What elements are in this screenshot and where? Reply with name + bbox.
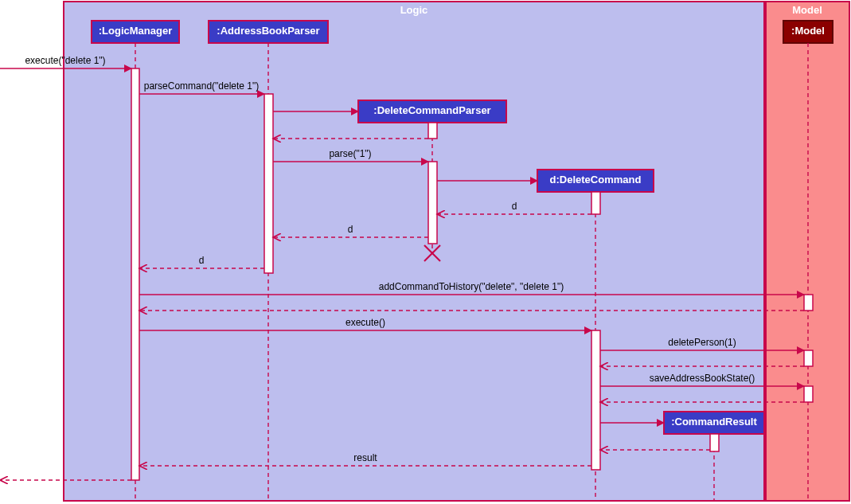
activation-model-2 [804, 350, 813, 366]
lifeline-model-label: :Model [791, 25, 825, 37]
msg-savestate-label: saveAddressBookState() [650, 373, 755, 384]
frame-model-label: Model [792, 4, 822, 16]
activation-deletecommand-1 [591, 192, 600, 214]
lifeline-commandresult-label: :CommandResult [671, 416, 757, 428]
lifeline-deletecommandparser-label: :DeleteCommandParser [373, 104, 490, 116]
msg-parsecommand-label: parseCommand("delete 1") [144, 80, 260, 92]
activation-commandresult [710, 434, 719, 451]
msg-return-d3-label: d [199, 255, 205, 266]
activation-deletecommandparser-2 [428, 162, 437, 244]
activation-deletecommand-2 [591, 330, 600, 470]
sequence-diagram: Logic Model :LogicManager :AddressBookPa… [0, 0, 851, 504]
lifeline-logicmanager-label: :LogicManager [99, 25, 172, 37]
lifeline-deletecommand-label: d:DeleteCommand [550, 174, 642, 186]
msg-parse-label: parse("1") [329, 148, 371, 159]
activation-addressbookparser [264, 94, 273, 273]
frame-logic [64, 2, 764, 501]
activation-logicmanager [131, 68, 139, 480]
msg-execute-label: execute() [345, 317, 385, 328]
msg-return-d2-label: d [348, 224, 353, 235]
msg-addcommandtohistory-label: addCommandToHistory("delete", "delete 1"… [379, 281, 564, 292]
msg-deleteperson-label: deletePerson(1) [668, 337, 736, 348]
activation-model-3 [804, 386, 813, 402]
frame-logic-label: Logic [400, 4, 428, 16]
activation-model-1 [804, 295, 813, 311]
msg-execute-in-label: execute("delete 1") [25, 55, 105, 66]
activation-deletecommandparser-1 [428, 123, 437, 139]
msg-return-result-label: result [353, 452, 377, 463]
msg-return-d1-label: d [512, 201, 517, 212]
lifeline-addressbookparser-label: :AddressBookParser [217, 25, 319, 37]
